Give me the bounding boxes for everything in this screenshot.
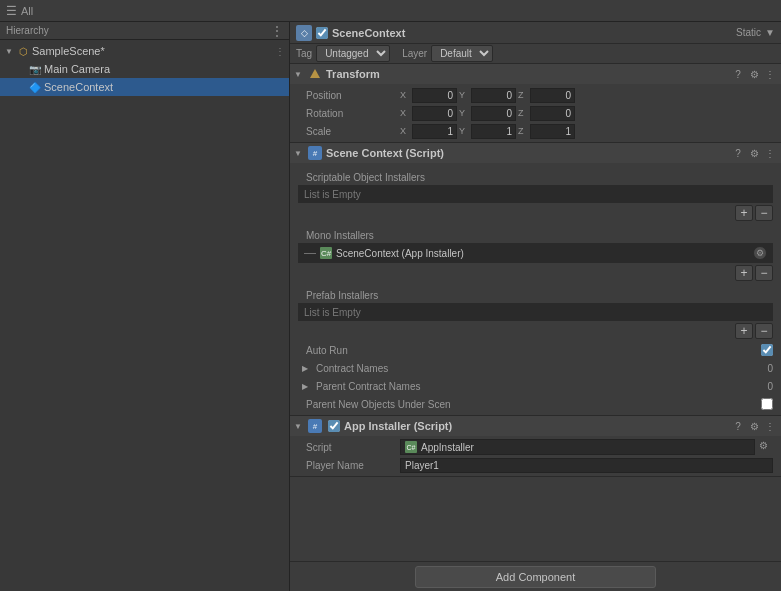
rotation-xyz: X Y Z	[400, 106, 773, 121]
transform-header[interactable]: ▼ Transform ? ⚙ ⋮	[290, 64, 781, 84]
prefab-installers-label: Prefab Installers	[290, 283, 781, 301]
rotation-row: Rotation X Y Z	[290, 104, 781, 122]
scene-expand-arrow: ▼	[4, 46, 14, 56]
mono-remove-btn[interactable]: −	[755, 265, 773, 281]
scene-options-icon[interactable]: ⋮	[275, 46, 285, 57]
mono-add-btn[interactable]: +	[735, 265, 753, 281]
rotation-y-item: Y	[459, 106, 516, 121]
rotation-label: Rotation	[306, 108, 396, 119]
scene-context-body: Scriptable Object Installers List is Emp…	[290, 163, 781, 415]
mono-item-label: SceneContext (App Installer)	[336, 248, 749, 259]
mono-dash-icon: —	[304, 246, 316, 260]
tag-select[interactable]: Untagged	[316, 45, 390, 62]
scenecontext-expand-arrow	[16, 82, 26, 92]
transform-component: ▼ Transform ? ⚙ ⋮	[290, 64, 781, 143]
rotation-x-input[interactable]	[412, 106, 457, 121]
hamburger-icon[interactable]: ☰	[6, 4, 17, 18]
mono-settings-btn[interactable]: ⚙	[753, 246, 767, 260]
scene-name-label: SampleScene*	[32, 45, 105, 57]
app-installer-header[interactable]: ▼ # App Installer (Script) ? ⚙ ⋮	[290, 416, 781, 436]
prefab-list-buttons: + −	[290, 323, 781, 339]
app-installer-menu-btn[interactable]: ⋮	[763, 419, 777, 433]
auto-run-checkbox[interactable]	[761, 344, 773, 356]
scenecontext-icon: 🔷	[28, 80, 42, 94]
rotation-y-input[interactable]	[471, 106, 516, 121]
transform-menu-btn[interactable]: ⋮	[763, 67, 777, 81]
transform-help-btn[interactable]: ?	[731, 67, 745, 81]
add-component-button[interactable]: Add Component	[415, 566, 657, 588]
player-name-row: Player Name	[290, 456, 781, 474]
scene-context-menu-btn[interactable]: ⋮	[763, 146, 777, 160]
script-row: Script C# AppInstaller ⚙	[290, 438, 781, 456]
contract-names-row[interactable]: ▶ Contract Names 0	[290, 359, 781, 377]
scriptable-add-btn[interactable]: +	[735, 205, 753, 221]
hierarchy-menu-icon[interactable]: ⋮	[271, 24, 283, 38]
script-value-field: C# AppInstaller	[400, 439, 755, 455]
camera-label: Main Camera	[44, 63, 110, 75]
parent-contract-names-count: 0	[767, 381, 773, 392]
scale-xyz: X Y Z	[400, 124, 773, 139]
scale-y-item: Y	[459, 124, 516, 139]
object-name-input[interactable]	[332, 27, 732, 39]
parent-contract-names-row[interactable]: ▶ Parent Contract Names 0	[290, 377, 781, 395]
tag-layer-row: Tag Untagged Layer Default	[290, 44, 781, 64]
position-label: Position	[306, 90, 396, 101]
scene-context-name: Scene Context (Script)	[326, 147, 727, 159]
app-installer-expand-arrow: ▼	[294, 422, 304, 431]
hierarchy-scenecontext-item[interactable]: 🔷 SceneContext	[0, 78, 289, 96]
prefab-add-btn[interactable]: +	[735, 323, 753, 339]
inspector-scroll-area[interactable]: ▼ Transform ? ⚙ ⋮	[290, 64, 781, 561]
scene-context-header-buttons: ? ⚙ ⋮	[731, 146, 777, 160]
scriptable-remove-btn[interactable]: −	[755, 205, 773, 221]
scene-context-icon: #	[308, 146, 322, 160]
parent-contract-names-label: Parent Contract Names	[316, 381, 763, 392]
scale-y-input[interactable]	[471, 124, 516, 139]
prefab-remove-btn[interactable]: −	[755, 323, 773, 339]
scale-x-input[interactable]	[412, 124, 457, 139]
scene-context-header[interactable]: ▼ # Scene Context (Script) ? ⚙ ⋮	[290, 143, 781, 163]
position-x-item: X	[400, 88, 457, 103]
add-component-bar: Add Component	[290, 561, 781, 591]
object-active-checkbox[interactable]	[316, 27, 328, 39]
app-installer-settings-btn[interactable]: ⚙	[747, 419, 761, 433]
scene-context-settings-btn[interactable]: ⚙	[747, 146, 761, 160]
hierarchy-scene-item[interactable]: ▼ ⬡ SampleScene* ⋮	[0, 42, 289, 60]
rotation-x-label: X	[400, 108, 410, 118]
rotation-z-input[interactable]	[530, 106, 575, 121]
app-installer-active-checkbox[interactable]	[328, 420, 340, 432]
scene-context-help-btn[interactable]: ?	[731, 146, 745, 160]
svg-marker-0	[310, 69, 320, 78]
mono-script-icon: C#	[320, 247, 332, 259]
contract-names-count: 0	[767, 363, 773, 374]
rotation-x-item: X	[400, 106, 457, 121]
script-label: Script	[306, 442, 396, 453]
player-name-label: Player Name	[306, 460, 396, 471]
transform-expand-arrow: ▼	[294, 70, 304, 79]
parent-new-objects-checkbox[interactable]	[761, 398, 773, 410]
script-file-icon: C#	[405, 441, 417, 453]
static-dropdown-arrow[interactable]: ▼	[765, 27, 775, 38]
app-installer-component: ▼ # App Installer (Script) ? ⚙ ⋮ Script	[290, 416, 781, 477]
rotation-y-label: Y	[459, 108, 469, 118]
contract-names-label: Contract Names	[316, 363, 763, 374]
scale-z-input[interactable]	[530, 124, 575, 139]
app-installer-header-buttons: ? ⚙ ⋮	[731, 419, 777, 433]
scale-z-item: Z	[518, 124, 575, 139]
scale-label: Scale	[306, 126, 396, 137]
parent-new-objects-label: Parent New Objects Under Scen	[306, 399, 757, 410]
inspector-panel: ◇ Static ▼ Tag Untagged Layer Default ▼	[290, 22, 781, 591]
position-z-input[interactable]	[530, 88, 575, 103]
script-gear-icon[interactable]: ⚙	[759, 440, 773, 454]
position-x-input[interactable]	[412, 88, 457, 103]
transform-body: Position X Y Z	[290, 84, 781, 142]
rotation-z-label: Z	[518, 108, 528, 118]
layer-label: Layer	[402, 48, 427, 59]
player-name-input[interactable]	[400, 458, 773, 473]
transform-header-buttons: ? ⚙ ⋮	[731, 67, 777, 81]
hierarchy-camera-item[interactable]: 📷 Main Camera	[0, 60, 289, 78]
contract-names-arrow: ▶	[302, 364, 312, 373]
position-y-input[interactable]	[471, 88, 516, 103]
transform-settings-btn[interactable]: ⚙	[747, 67, 761, 81]
layer-select[interactable]: Default	[431, 45, 493, 62]
app-installer-help-btn[interactable]: ?	[731, 419, 745, 433]
